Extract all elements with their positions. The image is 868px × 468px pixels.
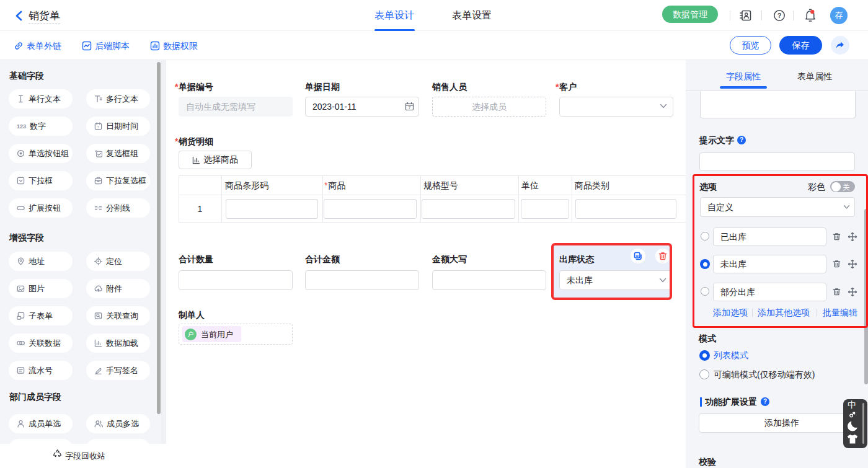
svg-text:123: 123 [17,123,26,130]
svg-text:?: ? [777,12,782,19]
svg-text:7: 7 [97,125,99,129]
svg-text:7: 7 [409,105,411,110]
